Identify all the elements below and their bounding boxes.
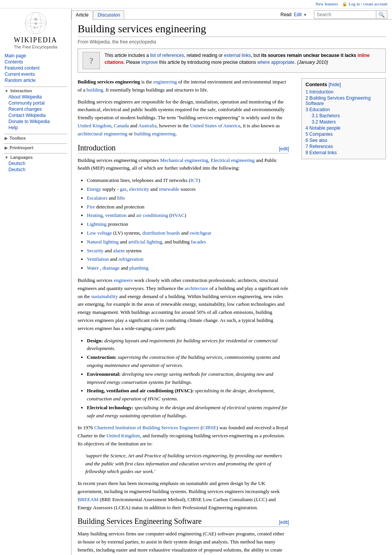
refrigeration-link[interactable]: refrigeration <box>118 256 143 262</box>
uk-link[interactable]: United Kingdom <box>78 123 111 128</box>
alarm-link[interactable]: alarm <box>113 248 125 253</box>
article-body: Building services engineering is the eng… <box>78 78 386 555</box>
building-link[interactable]: building <box>86 87 103 93</box>
ventilation2-link[interactable]: Ventilation <box>87 256 109 262</box>
sidebar-item-community-portal[interactable]: Community portal <box>4 100 67 106</box>
arch-eng-link[interactable]: architectural engineering <box>78 131 128 137</box>
sidebar-item-featured-content[interactable]: Featured content <box>4 65 67 71</box>
external-links-link[interactable]: external links <box>224 53 251 58</box>
list-of-references-link[interactable]: list of references <box>150 53 184 58</box>
toc-link-3-2[interactable]: 3.2 Masters <box>312 119 336 125</box>
tab-article[interactable]: Article <box>71 10 93 20</box>
sidebar-item-current-events[interactable]: Current events <box>4 71 67 77</box>
building-eng-link[interactable]: building engineering <box>134 131 176 137</box>
canada-link[interactable]: Canada <box>114 123 129 128</box>
facades-link[interactable]: facades <box>191 239 206 245</box>
usa-link[interactable]: United States of America <box>190 123 240 128</box>
low-voltage-link[interactable]: Low voltage <box>87 230 112 236</box>
toc-link-3[interactable]: 3 Education <box>306 107 330 112</box>
toc-link-2[interactable]: 2 Building Services Engineering Software <box>306 95 370 106</box>
list-item: Communication lines, telephones and IT n… <box>87 176 289 185</box>
elec-eng-link[interactable]: Electrical engineering <box>211 157 254 163</box>
energy-link[interactable]: Energy <box>87 186 101 192</box>
interaction-title: ▼ Interaction <box>4 88 67 93</box>
sidebar-item-main-page[interactable]: Main page <box>4 53 67 59</box>
tab-discussion[interactable]: Discussion <box>93 10 124 19</box>
printexport-arrow-icon[interactable]: ▶ <box>5 146 8 150</box>
lifts-link[interactable]: lifts <box>117 195 125 201</box>
toc-hide-link[interactable]: [hide] <box>329 82 341 87</box>
sustainability-link[interactable]: sustainability <box>91 293 118 299</box>
hvac-link[interactable]: HVAC <box>171 212 184 218</box>
where-appropriate-link[interactable]: where appropriate <box>257 60 295 65</box>
list-item: Low voltage (LV) systems, distribution b… <box>87 229 289 238</box>
career-design: Design: designing layouts and requiremen… <box>87 337 289 353</box>
sidebar-item-help[interactable]: Help <box>4 125 67 131</box>
australia-link[interactable]: Australia <box>138 123 157 128</box>
toc-link-4[interactable]: 4 Notable people <box>306 125 341 131</box>
toolbox-title[interactable]: ▶ Toolbox <box>4 136 67 140</box>
career-construction: Construction: supervising the constructi… <box>87 353 289 370</box>
cibse-abbr-link[interactable]: CIBSE <box>202 425 216 430</box>
services-list: Communication lines, telephones and IT n… <box>87 176 289 273</box>
sidebar-item-contents[interactable]: Contents <box>4 59 67 65</box>
cibse-link[interactable]: Chartered Institution of Building Servic… <box>94 425 199 430</box>
uk-link2[interactable]: United Kingdom <box>106 433 140 438</box>
sidebar-item-contact[interactable]: Contact Wikipedia <box>4 112 67 118</box>
intro-edit-link[interactable]: [edit] <box>279 146 289 152</box>
sidebar-item-donate[interactable]: Donate to Wikipedia <box>4 118 67 125</box>
search-button[interactable]: 🔍 <box>376 11 387 18</box>
toc-item-3: 3 Education <box>306 107 382 113</box>
renewable-link[interactable]: renewable <box>159 186 179 192</box>
heating-link[interactable]: Heating <box>87 212 103 218</box>
languages-arrow-icon[interactable]: ▼ <box>5 155 8 160</box>
security-link[interactable]: Security <box>87 248 103 253</box>
ict-link[interactable]: ICT <box>190 177 198 183</box>
toc-item-1: 1 Introduction <box>306 89 382 95</box>
ac-link[interactable]: air conditioning <box>136 212 168 218</box>
collapse-arrow-icon[interactable]: ▼ <box>5 89 8 93</box>
edit-link[interactable]: Edit <box>294 12 302 17</box>
toc-link-1[interactable]: 1 Introduction <box>306 89 334 95</box>
engineers-link[interactable]: engineers <box>114 277 133 283</box>
engineering-link[interactable]: engineering <box>153 79 177 85</box>
natural-lighting-link[interactable]: Natural lighting <box>87 239 119 245</box>
mech-eng-link[interactable]: Mechanical engineering <box>160 157 208 163</box>
plumbing-link[interactable]: plumbing <box>130 265 149 271</box>
fire-link[interactable]: Fire <box>87 204 95 210</box>
switchgear-link[interactable]: switchgear <box>189 230 211 236</box>
search-box: 🔍 <box>314 10 387 19</box>
toc-link-7[interactable]: 7 References <box>306 144 333 149</box>
toolbox-arrow-icon[interactable]: ▶ <box>5 136 8 140</box>
toc-link-5[interactable]: 5 Companies <box>306 132 333 137</box>
water-link[interactable]: Water <box>87 265 99 271</box>
sidebar-item-deutsch-2[interactable]: Deutsch <box>4 167 67 173</box>
drainage-link[interactable]: drainage <box>102 265 120 271</box>
improve-link[interactable]: improve <box>141 60 158 65</box>
sidebar-item-about[interactable]: About Wikipedia <box>4 94 67 100</box>
sidebar-item-deutsch-1[interactable]: Deutsch <box>4 160 67 167</box>
escalators-link[interactable]: Escalators <box>87 195 107 201</box>
ventilation-link[interactable]: ventilation <box>105 212 127 218</box>
dist-boards-link[interactable]: distribution boards <box>142 230 180 236</box>
notice-icon: ? <box>83 52 100 69</box>
software-edit-link[interactable]: [edit] <box>279 520 289 525</box>
printexport-title[interactable]: ▶ Print/export <box>4 145 67 150</box>
breeam-link[interactable]: BREEAM <box>78 497 98 502</box>
toc-link-8[interactable]: 8 External links <box>306 150 337 155</box>
gas-link[interactable]: gas <box>120 186 126 192</box>
read-link[interactable]: Read <box>281 12 292 17</box>
search-input[interactable] <box>314 11 376 18</box>
sidebar-item-random-article[interactable]: Random article <box>4 77 67 83</box>
lightning-link[interactable]: Lightning <box>87 221 106 227</box>
toc-link-6[interactable]: 6 See also <box>306 138 327 143</box>
dropdown-arrow-icon[interactable]: ▼ <box>303 13 307 17</box>
architecture-link[interactable]: architecture <box>184 285 208 291</box>
artificial-lighting-link[interactable]: artificial lighting <box>128 239 162 245</box>
new-features-link[interactable]: New features <box>316 2 338 6</box>
login-link[interactable]: Log in / create account <box>349 2 387 6</box>
sidebar-item-recent-changes[interactable]: Recent changes <box>4 106 67 112</box>
languages-title: ▼ Languages <box>4 155 67 160</box>
electricity-link[interactable]: electricity <box>129 186 149 192</box>
toc-link-3-1[interactable]: 3.1 Bachelors <box>312 113 340 118</box>
